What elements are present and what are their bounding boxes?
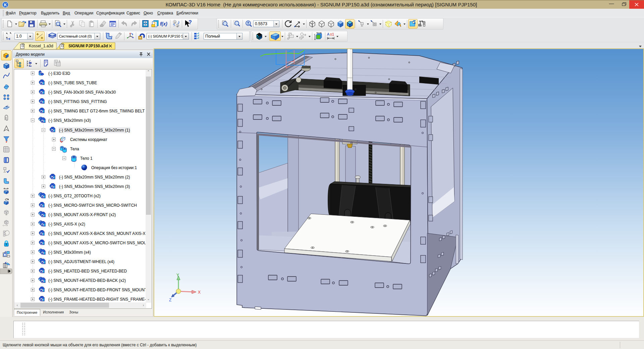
svg-text:A: A [327, 32, 330, 36]
svg-text:Kossel_1.a3d: Kossel_1.a3d [29, 44, 53, 48]
svg-text:2: 2 [177, 24, 178, 28]
svg-text:?: ? [189, 19, 192, 25]
svg-text:X: X [198, 290, 201, 295]
svg-text:Z: Z [169, 298, 171, 302]
svg-text:f(x): f(x) [160, 21, 167, 27]
svg-text:SIGNUM PJP150.a3d: SIGNUM PJP150.a3d [68, 44, 108, 48]
svg-text:Y: Y [176, 273, 179, 278]
svg-text:1: 1 [174, 20, 176, 24]
svg-text:±1: ±1 [330, 32, 334, 36]
